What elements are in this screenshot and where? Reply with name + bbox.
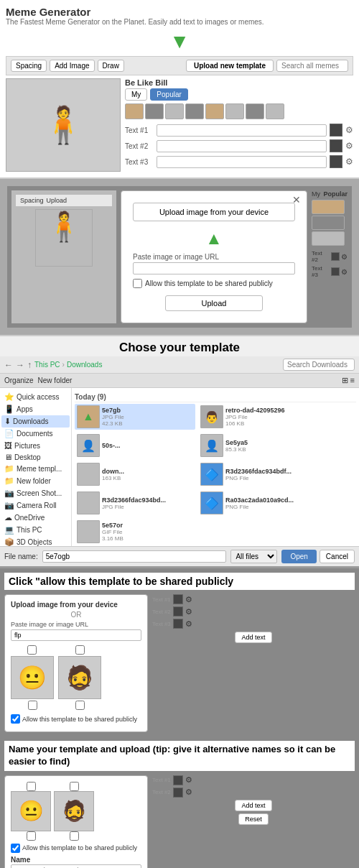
sidebar-item-pictures[interactable]: 🖼 Pictures <box>1 440 70 451</box>
s5-text1-swatch[interactable] <box>173 775 183 785</box>
forward-arrow-icon[interactable]: → <box>16 360 24 370</box>
organize-button[interactable]: Organize <box>4 377 34 384</box>
section4-img2-checkbox-bottom[interactable] <box>75 701 85 710</box>
section4-paste-input[interactable] <box>11 629 141 641</box>
sidebar-item-desktop[interactable]: 🖥 Desktop <box>1 451 70 463</box>
meme-thumb-2[interactable] <box>145 103 164 119</box>
breadcrumb-this-pc[interactable]: This PC <box>34 361 60 369</box>
text3-input[interactable] <box>157 156 327 168</box>
section4-allow-public-checkbox[interactable] <box>11 714 20 724</box>
text1-color-swatch[interactable] <box>330 124 342 137</box>
tab-my[interactable]: My <box>125 88 147 101</box>
draw-button[interactable]: Draw <box>98 60 124 72</box>
file-item-down[interactable]: down... 163 KB <box>75 461 195 487</box>
file-item-ra03[interactable]: 🔷 Ra03ac2ada010a9cd... PNG File <box>198 490 319 516</box>
file-explorer-search-input[interactable] <box>283 359 355 371</box>
filetype-select[interactable]: All files <box>230 550 277 563</box>
meme-thumb-1[interactable] <box>125 103 144 119</box>
sidebar-item-meme-templates[interactable]: 📁 Meme templ... <box>1 463 70 475</box>
s2-thumb-2[interactable] <box>312 216 345 230</box>
text1-input[interactable] <box>157 124 327 137</box>
text1-gear-icon[interactable]: ⚙ <box>345 125 353 135</box>
modal-upload-from-device-button[interactable]: Upload image from your device <box>133 203 295 221</box>
meme-thumb-6[interactable] <box>225 103 244 119</box>
modal-paste-input[interactable] <box>133 262 295 274</box>
search-all-memes-input[interactable] <box>276 60 348 72</box>
section5-reset-button[interactable]: Reset <box>238 813 269 825</box>
s2-text2-gear-icon[interactable]: ⚙ <box>341 253 348 261</box>
s4-text3-swatch[interactable] <box>173 619 183 629</box>
text2-gear-icon[interactable]: ⚙ <box>345 141 353 151</box>
spacing-button[interactable]: Spacing <box>11 60 47 72</box>
file-item-5e7gb[interactable]: ▲ 5e7gb JPG File 42.3 KB <box>75 404 195 430</box>
open-button[interactable]: Open <box>281 550 316 563</box>
section5-img2-bottom-checkbox[interactable] <box>70 831 79 841</box>
s2-text3-swatch[interactable] <box>331 267 340 276</box>
back-arrow-icon[interactable]: ← <box>4 360 13 370</box>
meme-thumb-4[interactable] <box>185 103 204 119</box>
sidebar-item-3d-objects[interactable]: 📦 3D Objects <box>1 536 70 546</box>
section5-img-block-1: 😐 <box>11 782 51 841</box>
filename-input[interactable] <box>42 550 227 563</box>
meme-thumb-3[interactable] <box>165 103 184 119</box>
tab-popular[interactable]: Popular <box>150 88 187 101</box>
modal-close-icon[interactable]: ✕ <box>292 194 301 206</box>
sidebar-item-screenshots[interactable]: 📷 Screen Shot... <box>1 487 70 499</box>
file-item-50s[interactable]: 👤 50s-... <box>75 433 195 458</box>
section5-name-input[interactable] <box>11 864 141 868</box>
computer-icon: 💻 <box>4 525 14 535</box>
sidebar-item-new-folder[interactable]: 📁 New folder <box>1 475 70 487</box>
cancel-button[interactable]: Cancel <box>320 550 355 563</box>
s2-thumb-1[interactable] <box>312 200 345 214</box>
section5-allow-checkbox[interactable] <box>11 844 20 853</box>
text2-color-swatch[interactable] <box>330 139 342 152</box>
text3-row: Text #3 ⚙ <box>125 155 353 168</box>
s5-text1-gear-icon[interactable]: ⚙ <box>185 775 192 785</box>
section5-img1-bottom-checkbox[interactable] <box>27 831 36 841</box>
s4-text1-swatch[interactable] <box>173 594 183 604</box>
up-arrow-icon[interactable]: ↑ <box>27 360 32 370</box>
sidebar-item-this-pc[interactable]: 💻 This PC <box>1 524 70 536</box>
file-item-5e57or[interactable]: 5e57or GIF File 3.16 MB <box>75 519 195 545</box>
section5-img2-top-checkbox[interactable] <box>70 782 79 791</box>
text2-input[interactable] <box>157 140 327 152</box>
file-item-retro-dad[interactable]: 👨 retro-dad-42095296 JPG File 106 KB <box>198 404 319 430</box>
upload-new-template-button[interactable]: Upload new template <box>186 60 274 72</box>
view-options-icon[interactable]: ⊞ ≡ <box>342 376 355 385</box>
s5-text2-swatch[interactable] <box>173 788 183 798</box>
s4-text2-swatch[interactable] <box>173 606 183 617</box>
file-item-r3d2[interactable]: R3d2366fdac934bd... JPG File <box>75 490 195 516</box>
meme-thumb-7[interactable] <box>246 103 264 119</box>
sidebar-item-camera-roll[interactable]: 📷 Camera Roll <box>1 499 70 512</box>
sidebar-item-apps[interactable]: 📱 Apps <box>1 403 70 415</box>
section5-img1-top-checkbox[interactable] <box>27 782 36 791</box>
file-item-se5ya5[interactable]: 👤 Se5ya5 85.3 KB <box>198 433 319 458</box>
sidebar-item-onedrive[interactable]: ☁ OneDrive <box>1 512 70 524</box>
sidebar-item-downloads[interactable]: ⬇ Downloads <box>1 415 70 428</box>
s2-text2-swatch[interactable] <box>331 252 340 261</box>
s2-text3-gear-icon[interactable]: ⚙ <box>341 268 348 276</box>
section4-img1-checkbox[interactable] <box>27 645 37 655</box>
section4-img2-checkbox[interactable] <box>75 645 85 655</box>
s5-text2-gear-icon[interactable]: ⚙ <box>185 788 192 797</box>
breadcrumb-downloads[interactable]: Downloads <box>67 361 102 369</box>
text3-gear-icon[interactable]: ⚙ <box>345 157 353 167</box>
s4-text3-gear-icon[interactable]: ⚙ <box>185 619 192 629</box>
new-folder-button[interactable]: New folder <box>38 377 73 384</box>
text3-color-swatch[interactable] <box>330 155 342 168</box>
s2-thumb-3[interactable] <box>312 231 345 246</box>
s4-text2-gear-icon[interactable]: ⚙ <box>185 607 192 617</box>
file-item-r3d1[interactable]: 🔷 R3d2366fdac934bdf... PNG File <box>198 461 319 487</box>
section4-img1-checkbox-bottom[interactable] <box>28 701 37 710</box>
s4-text1-gear-icon[interactable]: ⚙ <box>185 595 192 604</box>
meme-thumb-5[interactable] <box>205 103 224 119</box>
add-image-button[interactable]: Add Image <box>50 60 94 72</box>
meme-thumb-8[interactable] <box>266 103 284 119</box>
section4-upload-title: Upload image from your device <box>11 601 141 609</box>
section5-add-text-button[interactable]: Add text <box>235 800 271 811</box>
modal-public-checkbox[interactable] <box>133 279 142 288</box>
modal-upload-submit-button[interactable]: Upload <box>165 295 263 311</box>
sidebar-item-quick-access[interactable]: ⭐ Quick access <box>1 391 70 403</box>
section4-add-text-button[interactable]: Add text <box>235 632 271 643</box>
sidebar-item-documents[interactable]: 📄 Documents <box>1 428 70 440</box>
